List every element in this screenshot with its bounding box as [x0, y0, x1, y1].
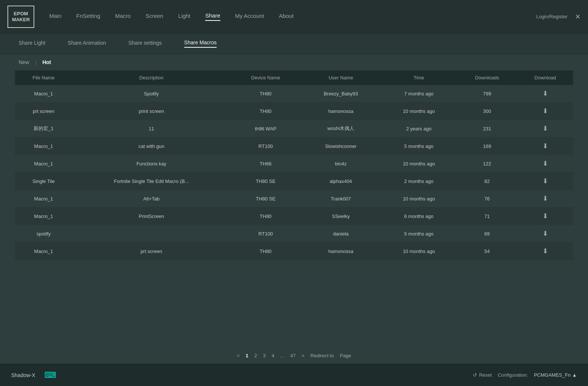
- cell-device: TH80: [230, 102, 301, 120]
- nav-light[interactable]: Light: [178, 13, 191, 20]
- nav-fnsetting[interactable]: FnSetting: [76, 13, 100, 20]
- page-prev[interactable]: <: [237, 353, 240, 358]
- download-icon[interactable]: ⬇: [543, 230, 548, 237]
- cell-device: TH80: [230, 85, 301, 102]
- cell-description: Spotify: [72, 85, 231, 102]
- cell-download-btn[interactable]: ⬇: [517, 225, 573, 243]
- page-3[interactable]: 3: [263, 353, 265, 358]
- cell-download-btn[interactable]: ⬇: [517, 243, 573, 260]
- table-row: Macro_1 PrintScreen TH80 SSeelky 6 month…: [15, 208, 573, 225]
- cell-user: bin4z: [301, 155, 381, 173]
- cell-download-btn[interactable]: ⬇: [517, 173, 573, 190]
- reset-button[interactable]: ↺ Reset: [473, 372, 492, 378]
- nav-screen[interactable]: Screen: [145, 13, 163, 20]
- table-row: Macro_1 Spotify TH80 Breezy_Baby93 7 mon…: [15, 85, 573, 102]
- cell-device: TH80 SE: [230, 173, 301, 190]
- cell-download-btn[interactable]: ⬇: [517, 208, 573, 225]
- subnav-share-light[interactable]: Share Light: [19, 40, 45, 47]
- col-user: User Name: [301, 70, 381, 85]
- subnav-share-settings[interactable]: Share settings: [128, 40, 162, 47]
- cell-download-btn[interactable]: ⬇: [517, 137, 573, 155]
- cell-time: 10 months ago: [381, 155, 457, 173]
- keyboard-icon: ⌨: [44, 370, 56, 380]
- cell-downloads: 122: [457, 155, 517, 173]
- download-icon[interactable]: ⬇: [543, 247, 548, 255]
- cell-time: 5 months ago: [381, 225, 457, 243]
- cell-filename: Macro_1: [15, 190, 72, 208]
- cell-time: 2 months ago: [381, 173, 457, 190]
- config-value[interactable]: PCMGAMES_Fn ▲: [534, 372, 577, 378]
- page-2[interactable]: 2: [254, 353, 257, 358]
- nav-right: Login/Register ✕: [536, 13, 581, 20]
- table-row: prt screen print screen TH80 hamonossa 1…: [15, 102, 573, 120]
- cell-downloads: 76: [457, 190, 517, 208]
- cell-download-btn[interactable]: ⬇: [517, 102, 573, 120]
- cell-download-btn[interactable]: ⬇: [517, 120, 573, 137]
- cell-download-btn[interactable]: ⬇: [517, 190, 573, 208]
- logo-text: EPOMMAKER: [12, 11, 30, 22]
- cell-filename: Macro_1: [15, 243, 72, 260]
- download-icon[interactable]: ⬇: [543, 107, 548, 115]
- cell-user: daniela: [301, 225, 381, 243]
- table-row: Macro_1 Functions kay TH66 bin4z 10 mont…: [15, 155, 573, 173]
- nav-items: Main FnSetting Macro Screen Light Share …: [49, 12, 536, 21]
- subnav-share-animation[interactable]: Share Animation: [68, 40, 106, 47]
- nav-share[interactable]: Share: [205, 12, 220, 21]
- config-value-text: PCMGAMES_Fn: [534, 372, 570, 378]
- nav-myaccount[interactable]: My Account: [235, 13, 264, 20]
- filter-bar: New | Hot: [0, 54, 588, 70]
- download-icon[interactable]: ⬇: [543, 212, 548, 220]
- nav-about[interactable]: About: [279, 13, 293, 20]
- col-description: Description: [72, 70, 231, 85]
- page-4[interactable]: 4: [271, 353, 274, 358]
- cell-download-btn[interactable]: ⬇: [517, 85, 573, 102]
- table-container: File Name Description Device Name User N…: [0, 70, 588, 348]
- cell-downloads: 300: [457, 102, 517, 120]
- cell-device: TH80: [230, 208, 301, 225]
- subnav-share-macros[interactable]: Share Macros: [184, 39, 217, 48]
- download-icon[interactable]: ⬇: [543, 195, 548, 202]
- cell-filename: prt screen: [15, 102, 72, 120]
- cell-description: Fortnite Single Tile Edit Macro (B...: [72, 173, 231, 190]
- cell-description: Alt+Tab: [72, 190, 231, 208]
- page-next[interactable]: >: [302, 353, 305, 358]
- reset-icon: ↺: [473, 372, 477, 378]
- table-row: Macro_1 cat with gun RT100 Slowishconner…: [15, 137, 573, 155]
- cell-device: TH80 SE: [230, 190, 301, 208]
- table-row: Single Tile Fortnite Single Tile Edit Ma…: [15, 173, 573, 190]
- page-47[interactable]: 47: [290, 353, 296, 358]
- cell-download-btn[interactable]: ⬇: [517, 155, 573, 173]
- cell-time: 7 months ago: [381, 85, 457, 102]
- cell-description: Functions kay: [72, 155, 231, 173]
- cell-device: th96 WAP: [230, 120, 301, 137]
- logo: EPOMMAKER: [7, 6, 34, 28]
- download-icon[interactable]: ⬇: [543, 90, 548, 97]
- nav-macro[interactable]: Macro: [115, 13, 131, 20]
- bottom-bar: Shadow-X ⌨ ↺ Reset Configuration: PCMGAM…: [0, 364, 588, 386]
- download-icon[interactable]: ⬇: [543, 142, 548, 150]
- login-register-button[interactable]: Login/Register: [536, 14, 567, 19]
- download-icon[interactable]: ⬇: [543, 177, 548, 185]
- nav-main[interactable]: Main: [49, 13, 62, 20]
- reset-label: Reset: [479, 372, 492, 378]
- cell-time: 2 years ago: [381, 120, 457, 137]
- download-icon[interactable]: ⬇: [543, 125, 548, 132]
- cell-filename: 新的宏_1: [15, 120, 72, 137]
- table-row: Macro_1 prt screen TH80 hamonossa 10 mon…: [15, 243, 573, 260]
- cell-filename: spotify: [15, 225, 72, 243]
- cell-device: RT100: [230, 137, 301, 155]
- download-icon[interactable]: ⬇: [543, 160, 548, 167]
- page-1[interactable]: 1: [246, 353, 248, 358]
- col-download: Download: [517, 70, 573, 85]
- cell-description: PrintScreen: [72, 208, 231, 225]
- cell-downloads: 169: [457, 137, 517, 155]
- filter-hot[interactable]: Hot: [43, 59, 51, 65]
- close-button[interactable]: ✕: [575, 13, 581, 20]
- device-name: Shadow-X: [11, 372, 35, 378]
- cell-user: Trank007: [301, 190, 381, 208]
- filter-new[interactable]: New: [19, 59, 29, 65]
- page-label: Page: [340, 353, 351, 358]
- cell-filename: Macro_1: [15, 85, 72, 102]
- cell-downloads: 231: [457, 120, 517, 137]
- filter-divider: |: [35, 59, 37, 65]
